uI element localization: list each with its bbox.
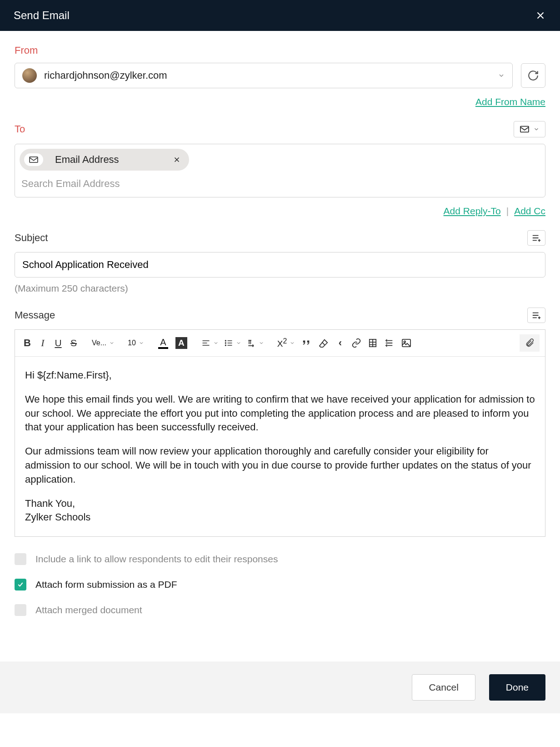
to-search-input[interactable] [20, 171, 540, 192]
code-button[interactable]: ‹ [333, 334, 347, 352]
chip-label: Email Address [55, 154, 119, 166]
add-cc-link[interactable]: Add Cc [514, 206, 545, 217]
link-separator: | [506, 206, 509, 217]
to-options-button[interactable] [514, 121, 545, 137]
subject-section: Subject (Maximum 250 characters) [15, 230, 545, 294]
table-button[interactable] [366, 336, 380, 350]
font-family-select[interactable]: Ve... [90, 337, 116, 349]
checkbox-unchecked[interactable] [15, 553, 26, 565]
avatar [22, 68, 37, 83]
chevron-down-icon [236, 340, 241, 346]
svg-point-3 [225, 343, 226, 343]
list-icon [224, 339, 233, 347]
chip-remove-button[interactable] [173, 156, 181, 164]
chevron-down-icon [139, 340, 144, 346]
list-button[interactable] [222, 337, 243, 349]
editor-toolbar: B I U S Ve... 10 A [15, 330, 545, 357]
body-paragraph: We hope this email finds you well. We ar… [25, 393, 535, 434]
close-button[interactable] [535, 10, 546, 21]
to-section: To Email Address Add Reply-To | Add Cc [15, 121, 545, 217]
body-thanks: Thank You, [25, 498, 75, 509]
from-email-text: richardjohnson@zylker.com [44, 70, 498, 81]
insert-merge-field-button[interactable] [527, 230, 545, 246]
align-left-icon [201, 339, 210, 347]
rich-text-editor: B I U S Ve... 10 A [15, 329, 545, 537]
eraser-icon [319, 338, 329, 348]
align-button[interactable] [200, 337, 220, 349]
dialog-header: Send Email [0, 0, 560, 31]
svg-rect-0 [520, 126, 529, 132]
clear-format-button[interactable] [316, 336, 331, 350]
svg-point-7 [404, 341, 406, 343]
recipient-chip: Email Address [20, 149, 189, 171]
include-edit-link-option[interactable]: Include a link to allow respondents to e… [15, 553, 545, 565]
chevron-down-icon [213, 340, 219, 346]
done-button[interactable]: Done [489, 674, 545, 701]
from-dropdown[interactable]: richardjohnson@zylker.com [15, 63, 513, 88]
add-reply-to-link[interactable]: Add Reply-To [444, 206, 501, 217]
to-field[interactable]: Email Address [15, 144, 545, 197]
attach-merged-option[interactable]: Attach merged document [15, 604, 545, 616]
image-icon [401, 338, 411, 348]
from-label: From [15, 45, 545, 56]
message-section: Message B I U S Ve... 10 [15, 308, 545, 616]
subject-input[interactable] [15, 252, 545, 278]
direction-button[interactable] [245, 337, 266, 349]
refresh-icon [527, 70, 539, 81]
from-section: From richardjohnson@zylker.com Add From … [15, 45, 545, 107]
line-spacing-icon [384, 338, 394, 348]
chevron-down-icon [498, 72, 505, 79]
message-label: Message [15, 309, 55, 321]
editor-textarea[interactable]: Hi ${zf:Name.First}, We hope this email … [15, 357, 545, 536]
quote-icon [301, 339, 311, 347]
subject-help-text: (Maximum 250 characters) [15, 283, 545, 294]
chevron-down-icon [290, 340, 295, 346]
insert-merge-field-message-button[interactable] [527, 308, 545, 323]
svg-point-4 [225, 345, 226, 346]
merge-field-icon [531, 311, 541, 320]
link-button[interactable] [349, 335, 364, 351]
superscript-button[interactable]: X2 [275, 335, 297, 351]
refresh-button[interactable] [521, 63, 545, 88]
close-icon [173, 156, 181, 164]
color-bar [158, 347, 168, 349]
bold-button[interactable]: B [20, 334, 34, 352]
paperclip-icon [525, 338, 534, 348]
font-size-select[interactable]: 10 [126, 337, 146, 349]
cancel-button[interactable]: Cancel [412, 674, 475, 701]
strikethrough-button[interactable]: S [67, 335, 80, 351]
body-signature: Zylker Schools [25, 511, 90, 523]
dialog-title: Send Email [14, 9, 70, 22]
attach-pdf-option[interactable]: Attach form submission as a PDF [15, 579, 545, 591]
option-label: Attach merged document [35, 605, 142, 616]
blockquote-button[interactable] [299, 336, 314, 350]
font-color-button[interactable]: A [155, 337, 171, 350]
image-button[interactable] [399, 336, 414, 350]
chevron-down-icon [533, 126, 540, 132]
chevron-down-icon [259, 340, 264, 346]
check-icon [17, 581, 24, 588]
dialog-footer: Cancel Done [0, 661, 560, 713]
underline-button[interactable]: U [51, 335, 65, 351]
text-direction-icon [247, 339, 256, 347]
to-label: To [15, 123, 25, 135]
attachment-button[interactable] [520, 334, 540, 352]
body-greeting: Hi ${zf:Name.First}, [25, 368, 535, 383]
subject-label: Subject [15, 232, 48, 244]
checkbox-unchecked[interactable] [15, 604, 26, 616]
font-family-value: Ve... [92, 339, 106, 347]
link-icon [351, 338, 361, 348]
envelope-icon [520, 125, 530, 133]
add-from-name-link[interactable]: Add From Name [475, 96, 545, 107]
table-icon [369, 338, 377, 348]
italic-button[interactable]: I [36, 334, 50, 352]
close-icon [535, 10, 546, 21]
svg-rect-1 [30, 157, 38, 162]
checkbox-checked[interactable] [15, 579, 26, 591]
background-color-button[interactable]: A [173, 334, 190, 352]
chevron-down-icon [109, 340, 115, 346]
font-size-value: 10 [128, 339, 136, 347]
hr-button[interactable] [381, 336, 397, 350]
body-paragraph: Our admissions team will now review your… [25, 444, 535, 486]
svg-point-2 [225, 340, 226, 341]
